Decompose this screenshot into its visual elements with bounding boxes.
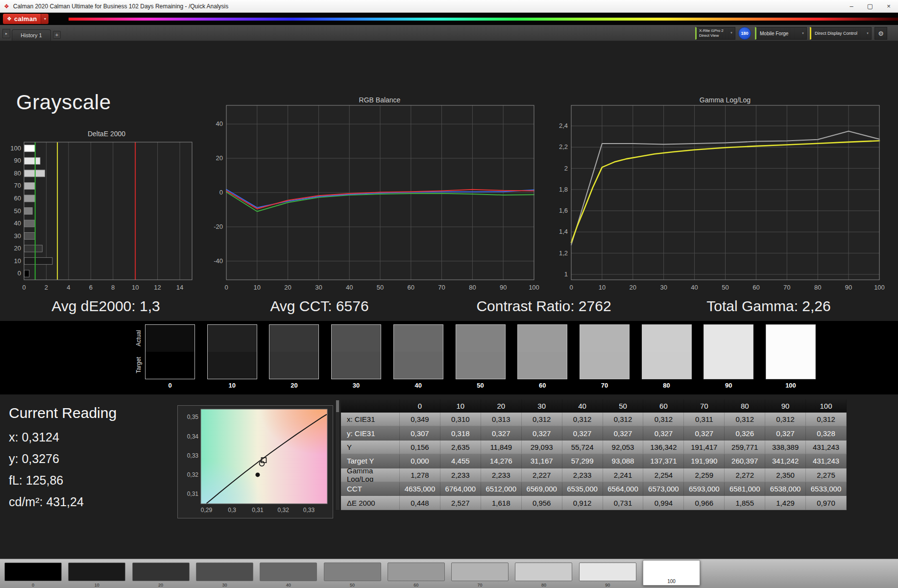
pattern-tile-40[interactable]: 40 [260, 563, 317, 581]
row-label: ΔE 2000 [341, 496, 400, 509]
pattern-tile-90[interactable]: 90 [579, 563, 636, 581]
chevron-down-icon: ▼ [866, 32, 869, 35]
table-cell: 0,312 [643, 413, 684, 426]
table-cell: 191,990 [684, 454, 725, 467]
deltae-bar-30 [24, 233, 35, 240]
column-header: 100 [806, 399, 847, 412]
reading-x: x: 0,3124 [9, 430, 59, 444]
actual-swatch-half [766, 325, 815, 352]
pattern-tile-30[interactable]: 30 [196, 563, 253, 581]
chevron-down-icon: ▼ [801, 32, 804, 35]
deltae2000-chart: 024681012141009080706050403020100 [10, 126, 203, 293]
table-cell: 2,527 [440, 496, 481, 509]
meter-status-badge[interactable]: 180 [738, 27, 751, 40]
row-label: Y [341, 441, 400, 454]
deltae-bar-20 [24, 245, 43, 252]
avg-de2000-stat: Avg dE2000: 1,3 [51, 298, 160, 315]
swatch-level-label: 90 [704, 382, 753, 389]
axis-tick-label: 0 [224, 284, 228, 291]
title-bar: ❖ Calman 2020 Calman Ultimate for Busine… [0, 0, 898, 13]
pattern-tile-50[interactable]: 50 [324, 563, 381, 581]
minimize-button[interactable]: – [842, 0, 861, 12]
table-cell: 0,312 [562, 413, 603, 426]
meter-select[interactable]: X-Rite i1Pro 2 Direct View ▼ [695, 27, 735, 40]
axis-tick-label: 2,4 [559, 122, 568, 129]
add-tab-button[interactable]: + [53, 31, 61, 39]
table-cell: 6764,000 [440, 482, 481, 495]
table-cell: 2,233 [440, 468, 481, 482]
actual-swatch-half [642, 325, 691, 352]
axis-tick-label: 0 [569, 284, 573, 291]
target-swatch-half [332, 352, 381, 379]
table-cell: 2,635 [440, 441, 481, 454]
display-control-name: Direct Display Control [815, 31, 857, 36]
settings-button[interactable]: ⚙ [874, 27, 887, 40]
table-row: Gamma Log/Log1,2782,2332,2332,2272,2332,… [341, 468, 847, 482]
source-name: Mobile Forge [760, 31, 788, 36]
deltae-bar-50 [24, 208, 33, 215]
table-cell: 6581,000 [725, 482, 765, 495]
axis-tick-label: 100 [529, 284, 539, 291]
axis-tick-label: 14 [176, 284, 183, 291]
cie-chromaticity-chart: 0,290,30,310,320,330,350,340,330,320,31 [178, 406, 333, 518]
table-row: ΔE 20000,4482,5271,6180,9560,9120,7310,9… [341, 496, 847, 510]
axis-tick-label: 0,32 [277, 507, 289, 514]
axis-tick-label: 90 [14, 157, 21, 164]
close-button[interactable]: × [879, 0, 898, 12]
tab-history-1[interactable]: History 1 [12, 29, 51, 41]
source-select[interactable]: Mobile Forge ▼ [755, 27, 807, 40]
pattern-tile-10[interactable]: 10 [68, 563, 125, 581]
calman-logo[interactable]: ❖ calman ▼ [3, 14, 49, 24]
pattern-tile-100[interactable]: 100 [643, 560, 700, 586]
axis-tick-label: 40 [691, 284, 698, 291]
axis-tick-label: 0,31 [252, 507, 264, 514]
pattern-tile-70[interactable]: 70 [451, 563, 509, 581]
target-swatch-half [208, 352, 257, 379]
deltae-bar-60 [24, 195, 36, 202]
table-cell: 0,328 [806, 426, 847, 440]
pattern-tile-label: 90 [580, 583, 636, 588]
table-cell: 0,312 [522, 413, 562, 426]
display-control-select[interactable]: Direct Display Control ▼ [810, 27, 872, 40]
grayscale-swatch-40: 40 [393, 324, 443, 379]
scrollbar-thumb[interactable] [336, 400, 339, 412]
deltae-bar-0 [24, 270, 29, 277]
swatch-level-label: 30 [332, 382, 381, 389]
pattern-tile-60[interactable]: 60 [388, 563, 445, 581]
pattern-tile-label: 40 [260, 583, 316, 588]
column-header: 80 [725, 399, 765, 412]
table-cell: 0,311 [684, 413, 725, 426]
target-swatch-half [146, 352, 194, 379]
workflow-panel-toggle[interactable]: ▸ [2, 29, 10, 38]
axis-tick-label: 20 [216, 154, 223, 162]
grayscale-swatch-50: 50 [456, 324, 506, 379]
pattern-tile-80[interactable]: 80 [515, 563, 572, 581]
cie-chromaticity-panel: 0,290,30,310,320,330,350,340,330,320,31 [177, 405, 333, 518]
pattern-tile-0[interactable]: 0 [4, 563, 62, 581]
table-scrollbar[interactable] [335, 399, 340, 511]
swatch-level-label: 0 [146, 382, 194, 389]
pattern-bar: 0102030405060708090100 ◀◀ ▶ ▶▶ ■ « Back … [0, 559, 898, 588]
axis-tick-label: 0,29 [201, 507, 213, 514]
axis-tick-label: 70 [438, 284, 445, 291]
minimize-icon: – [849, 2, 853, 10]
pattern-tile-20[interactable]: 20 [132, 563, 190, 581]
pattern-tile-label: 0 [5, 583, 61, 588]
table-cell: 0,327 [562, 426, 603, 440]
swatch-level-label: 100 [766, 382, 815, 389]
axis-tick-label: 90 [500, 284, 507, 291]
column-header: 70 [684, 399, 725, 412]
table-cell: 0,313 [481, 413, 522, 426]
table-cell: 0,310 [440, 413, 481, 426]
actual-swatch-half [456, 325, 505, 352]
contrast-ratio-stat: Contrast Ratio: 2762 [476, 298, 611, 315]
maximize-button[interactable]: ▢ [861, 0, 879, 12]
swatch-level-label: 80 [642, 382, 691, 389]
axis-tick-label: 1,2 [559, 249, 568, 257]
actual-swatch-half [518, 325, 567, 352]
table-cell: 341,242 [765, 454, 806, 467]
logo-menu-button[interactable]: ▼ [41, 14, 49, 24]
axis-tick-label: 40 [216, 120, 223, 127]
table-cell: 431,243 [806, 441, 847, 454]
table-cell: 137,371 [643, 454, 684, 467]
